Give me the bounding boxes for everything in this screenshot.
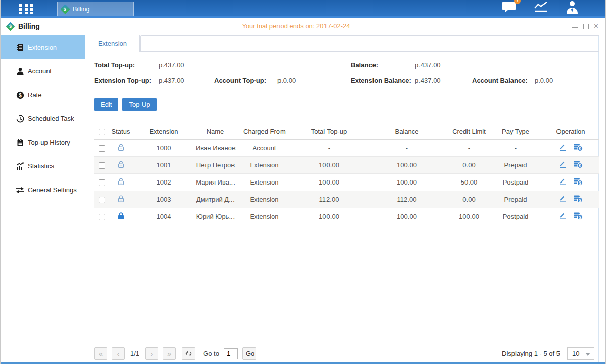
sidebar-item-label: Rate [28,91,41,99]
column-header: Balance [365,124,449,140]
cell-balance: 100.00 [365,174,449,191]
prev-page-button[interactable]: ‹ [112,347,125,360]
extensions-table: StatusExtensionNameCharged FromTotal Top… [94,124,599,225]
first-page-button[interactable]: « [94,347,107,360]
go-button[interactable]: Go [242,347,256,360]
edit-icon[interactable] [558,195,567,204]
person-icon [16,67,24,75]
balance-value: p.437.00 [415,61,441,69]
maximize-button[interactable] [583,24,589,29]
svg-text:$: $ [579,198,581,203]
sidebar-item-general-settings[interactable]: General Settings [1,178,85,202]
edit-icon[interactable] [558,177,567,187]
edit-icon[interactable] [558,212,567,221]
svg-text:$: $ [579,146,581,151]
edit-icon[interactable] [558,143,567,153]
cell-credit-limit: 100.00 [449,208,489,225]
cell-extension: 1000 [132,140,195,157]
edit-button[interactable]: Edit [94,98,118,111]
sidebar-item-label: Extension [28,43,57,51]
status-unlocked-icon [117,197,125,205]
column-header: Pay Type [489,124,542,140]
cell-total-topup: 100.00 [293,157,365,174]
total-topup-value: p.437.00 [159,61,184,69]
sidebar: ExtensionAccount$RateScheduled TaskTop-u… [1,35,85,362]
cell-credit-limit: 0.00 [449,157,489,174]
cell-total-topup: 100.00 [293,208,365,225]
row-checkbox[interactable] [99,179,105,186]
close-button[interactable]: × [594,22,598,30]
total-topup-label: Total Top-up: [94,61,135,69]
sidebar-item-label: Top-up History [28,139,70,146]
page-size-select[interactable]: 10 [567,347,594,360]
select-all-checkbox[interactable] [99,129,105,135]
sidebar-item-label: Statistics [28,162,54,170]
cell-charged-from: Extension [236,174,293,191]
goto-page-input[interactable] [224,348,238,359]
statistics-chart-icon[interactable] [534,1,548,15]
next-page-button[interactable]: › [145,347,158,360]
cell-credit-limit: 50.00 [449,174,489,191]
topup-coins-icon[interactable]: $ [573,177,583,187]
extension-balance-value: p.437.00 [415,77,441,84]
messages-icon[interactable]: ! [502,1,517,15]
tab-extension[interactable]: Extension [85,35,140,52]
cell-name: Юрий Юрь... [195,208,236,225]
displaying-info: Displaying 1 - 5 of 5 [502,350,560,357]
book-icon [16,43,24,52]
edit-icon[interactable] [558,160,567,170]
notification-badge: ! [514,0,521,4]
app-grid-icon[interactable] [19,4,33,14]
cell-name: Дмитрий Д... [195,191,236,208]
table-row: 1001Петр ПетровExtension100.00100.000.00… [94,157,599,174]
cell-credit-limit: - [449,140,489,157]
status-unlocked-icon [117,163,125,170]
sidebar-item-rate[interactable]: $Rate [1,83,85,107]
last-page-button[interactable]: » [163,347,176,360]
window-title-bar: $ Billing Your trial period ends on: 201… [1,18,605,35]
cell-credit-limit: 0.00 [449,191,489,208]
sidebar-item-account[interactable]: Account [1,59,85,83]
cell-total-topup: 100.00 [293,174,365,191]
row-checkbox[interactable] [99,197,105,203]
sidebar-item-topup-history[interactable]: Top-up History [1,130,85,154]
topup-coins-icon[interactable]: $ [573,212,583,221]
row-checkbox[interactable] [99,145,105,152]
sidebar-item-label: Scheduled Task [28,115,74,122]
extension-topup-value: p.437.00 [159,77,184,84]
column-header: Extension [132,124,195,140]
row-checkbox[interactable] [99,214,105,220]
topup-coins-icon[interactable]: $ [573,195,583,204]
extension-balance-label: Extension Balance: [351,77,411,84]
cell-name: Петр Петров [195,157,236,174]
cell-extension: 1003 [132,191,195,208]
sidebar-item-statistics[interactable]: Statistics [1,154,85,178]
cell-balance: 100.00 [365,157,449,174]
status-unlocked-icon [117,180,125,188]
topup-coins-icon[interactable]: $ [573,143,583,153]
extension-topup-label: Extension Top-up: [94,77,151,84]
minimize-button[interactable] [572,27,578,28]
topup-coins-icon[interactable]: $ [573,160,583,170]
topup-button[interactable]: Top Up [122,98,156,111]
refresh-button[interactable] [182,347,195,360]
page-size-value: 10 [572,350,579,357]
svg-text:$: $ [19,92,22,98]
cell-pay-type: Postpaid [489,174,542,191]
user-icon[interactable] [565,1,579,16]
sidebar-item-scheduled-task[interactable]: Scheduled Task [1,107,85,130]
balance-label: Balance: [351,61,378,69]
cell-pay-type: Prepaid [489,157,542,174]
pagination: « ‹ 1/1 › » Go to Go [94,347,256,360]
column-header: Credit Limit [449,124,489,140]
row-checkbox[interactable] [99,162,105,169]
topbar-tab-billing[interactable]: $ Billing [57,2,134,17]
topbar-tab-label: Billing [73,6,89,13]
column-header: Name [195,124,236,140]
sidebar-item-extension[interactable]: Extension [1,35,85,59]
svg-text:$: $ [579,180,581,186]
column-header: Total Top-up [293,124,365,140]
page-indicator: 1/1 [129,350,141,357]
account-balance-value: p.0.00 [535,77,553,84]
cell-extension: 1002 [132,174,195,191]
